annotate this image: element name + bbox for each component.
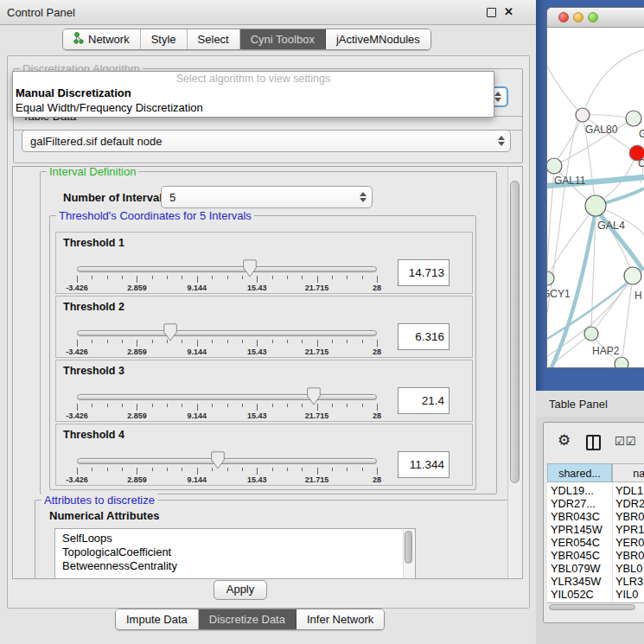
- table-horizontal-scrollbar[interactable]: [547, 603, 644, 612]
- table-cell[interactable]: YER054C: [551, 536, 600, 549]
- network-node[interactable]: [624, 267, 641, 284]
- table-cell[interactable]: YBR045C: [551, 549, 600, 562]
- combo-arrows-icon: [494, 92, 501, 102]
- num-intervals-value: 5: [169, 191, 175, 204]
- num-intervals-label: Number of Intervals: [63, 191, 169, 204]
- tab-label: Impute Data: [126, 613, 188, 626]
- table-cell[interactable]: YIL052C: [551, 588, 594, 601]
- table-cell[interactable]: YDR2: [615, 497, 644, 510]
- table-cell[interactable]: YIL0: [615, 588, 638, 601]
- tab-label: Cyni Toolbox: [251, 33, 315, 46]
- attribute-item-betweennesscentrality[interactable]: BetweennessCentrality: [55, 559, 415, 573]
- threshold-slider-thumb[interactable]: [307, 387, 321, 405]
- threshold-value-field[interactable]: 21.4: [398, 387, 450, 414]
- threshold-ticks: [77, 340, 377, 348]
- threshold-slider-thumb[interactable]: [163, 323, 177, 341]
- zoom-traffic-light-icon[interactable]: [588, 12, 598, 22]
- threshold-slider-track[interactable]: [77, 394, 377, 400]
- minimize-traffic-light-icon[interactable]: [573, 12, 583, 22]
- attribute-item-selfloops[interactable]: SelfLoops: [55, 532, 415, 545]
- network-node[interactable]: [547, 158, 562, 174]
- thresholds-group: Threshold's Coordinates for 5 Intervals …: [49, 215, 476, 490]
- network-nodes[interactable]: [547, 108, 644, 367]
- close-icon[interactable]: ✕: [504, 5, 513, 18]
- tab-discretize-data[interactable]: Discretize Data: [199, 609, 296, 629]
- threshold-slider-thumb[interactable]: [243, 259, 257, 277]
- network-window-titlebar: [547, 8, 644, 28]
- table-cell[interactable]: YBL0: [615, 562, 642, 575]
- table-cell[interactable]: YDR27...: [551, 497, 596, 510]
- tab-network[interactable]: Network: [63, 29, 141, 49]
- table-cell[interactable]: YLR345W: [551, 575, 601, 588]
- tab-infer-network[interactable]: Infer Network: [296, 609, 384, 629]
- scrollbar-thumb[interactable]: [510, 181, 520, 483]
- gear-icon[interactable]: ⚙: [558, 431, 571, 449]
- table-data-combobox[interactable]: galFiltered.sif default node: [22, 130, 511, 152]
- threshold-slider-thumb[interactable]: [211, 451, 225, 469]
- scrollbar-thumb[interactable]: [405, 531, 412, 564]
- close-traffic-light-icon[interactable]: [558, 12, 569, 22]
- threshold-label: Threshold 1: [63, 237, 124, 249]
- tab-cyni-toolbox[interactable]: Cyni Toolbox: [240, 29, 326, 49]
- table-cell[interactable]: YBL079W: [551, 562, 601, 575]
- columns-icon[interactable]: [586, 435, 601, 450]
- threshold-slider-track[interactable]: [77, 266, 377, 272]
- threshold-label: Threshold 3: [63, 365, 124, 377]
- tab-impute-data[interactable]: Impute Data: [116, 609, 199, 629]
- table-header-shared[interactable]: shared...: [547, 463, 612, 482]
- threshold-ticks: [77, 276, 377, 284]
- tab-select[interactable]: Select: [188, 29, 240, 49]
- network-node[interactable]: [584, 327, 598, 341]
- table-cell[interactable]: YER0: [615, 536, 644, 549]
- threshold-slider-track[interactable]: [77, 330, 377, 336]
- tab-jactivemnodules[interactable]: jActiveMNodules: [326, 29, 430, 49]
- table-cell[interactable]: YDL1: [615, 484, 643, 497]
- numerical-attributes-list[interactable]: SelfLoopsTopologicalCoefficientBetweenne…: [54, 528, 416, 579]
- threshold-value-field[interactable]: 6.316: [398, 323, 450, 350]
- scrollbar-thumb[interactable]: [549, 604, 635, 610]
- node-label: GCY1: [547, 288, 571, 300]
- popup-option-manual-discretization[interactable]: Manual Discretization: [13, 86, 494, 100]
- threshold-label: Threshold 2: [63, 301, 124, 313]
- interval-definition-group: Interval Definition Number of Intervals …: [40, 171, 497, 494]
- node-label: GAL80: [585, 124, 618, 136]
- network-node-labels: GAL80 GA C GAL11 GAL4 GCY1 H HAP2: [547, 124, 644, 357]
- settings-scrollbar[interactable]: [507, 167, 522, 578]
- tab-label: Select: [198, 33, 229, 46]
- table-cell[interactable]: YPR1: [615, 523, 644, 536]
- table-cell[interactable]: YBR043C: [551, 510, 600, 523]
- threshold-panel: Threshold 2 -3.4262.8599.14415.4321.7152…: [55, 296, 473, 358]
- checkbox-icons[interactable]: ☑☑: [615, 435, 636, 448]
- threshold-value-field[interactable]: 11.344: [398, 451, 450, 478]
- table-cell[interactable]: YBR0: [615, 549, 644, 562]
- tab-label: Style: [151, 33, 176, 46]
- network-node[interactable]: [626, 111, 641, 126]
- threshold-slider-track[interactable]: [77, 458, 377, 464]
- popup-option-equal-width-frequency-discretization[interactable]: Equal Width/Frequency Discretization: [13, 100, 494, 115]
- attributes-scrollbar[interactable]: [403, 529, 415, 579]
- table-data-group: Table Data galFiltered.sif default node: [13, 116, 523, 163]
- table-panel-header: Table Panel: [536, 391, 644, 418]
- settings-scrollpane: Interval Definition Number of Intervals …: [12, 166, 523, 579]
- threshold-panel: Threshold 3 -3.4262.8599.14415.4321.7152…: [55, 360, 473, 422]
- network-node[interactable]: [576, 108, 590, 122]
- threshold-tick-labels: -3.4262.8599.14415.4321.71528: [77, 348, 377, 357]
- network-canvas[interactable]: GAL80 GA C GAL11 GAL4 GCY1 H HAP2: [547, 28, 644, 367]
- combo-arrows-icon: [360, 192, 367, 202]
- table-cell[interactable]: YDL19...: [551, 484, 594, 497]
- control-panel-titlebar: Control Panel ✕: [0, 0, 536, 25]
- network-node[interactable]: [615, 357, 628, 367]
- network-node[interactable]: [585, 195, 606, 216]
- num-intervals-combobox[interactable]: 5: [161, 186, 373, 208]
- node-label: H: [634, 290, 642, 302]
- table-header-name[interactable]: name: [612, 463, 644, 482]
- tab-style[interactable]: Style: [141, 29, 188, 49]
- table-cell[interactable]: YPR145W: [551, 523, 603, 536]
- table-cell[interactable]: YLR3: [615, 575, 643, 588]
- threshold-value-field[interactable]: 14.713: [398, 259, 450, 286]
- table-cell[interactable]: YBR0: [615, 510, 644, 523]
- float-window-icon[interactable]: [487, 8, 496, 17]
- attribute-item-topologicalcoefficient[interactable]: TopologicalCoefficient: [55, 545, 415, 559]
- network-icon: [73, 32, 84, 47]
- apply-button[interactable]: Apply: [214, 580, 267, 600]
